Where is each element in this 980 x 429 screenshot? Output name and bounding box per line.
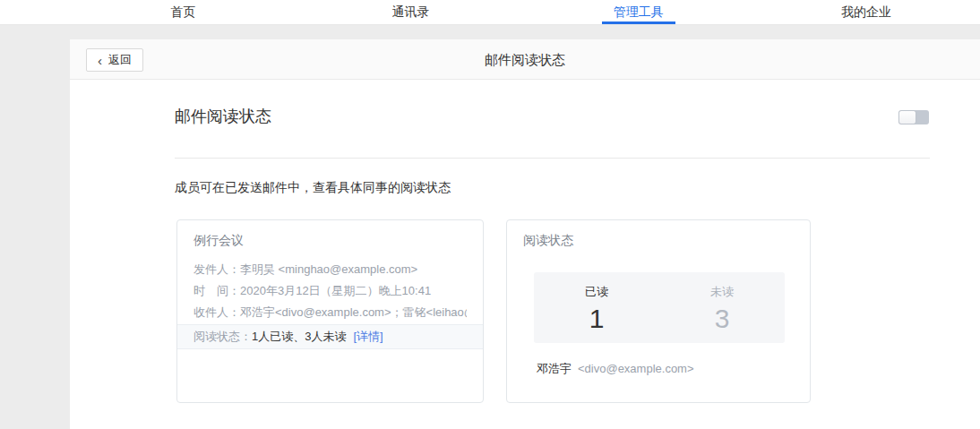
- page-title: 邮件阅读状态: [70, 39, 980, 80]
- read-unread-panel: 已读 1 未读 3: [534, 272, 785, 343]
- mail-from-value: 李明昊 <minghao@example.com>: [240, 262, 417, 276]
- read-status-value: 1人已读、3人未读: [252, 330, 346, 343]
- top-navbar: 首页 通讯录 管理工具 我的企业: [0, 0, 980, 25]
- mail-time-label: 时 间：: [193, 284, 240, 297]
- mail-time-value: 2020年3月12日（星期二）晚上10:41: [240, 284, 431, 297]
- mail-time-row: 时 间：2020年3月12日（星期二）晚上10:41: [193, 280, 467, 302]
- section-divider: [175, 158, 930, 159]
- read-count: 1: [534, 304, 659, 334]
- mail-subject: 例行会议: [193, 233, 467, 249]
- nav-tab-admin-tools[interactable]: 管理工具: [525, 0, 752, 24]
- read-stat: 已读 1: [534, 272, 659, 343]
- nav-items: 首页 通讯录 管理工具 我的企业: [0, 0, 980, 24]
- main-panel: ‹ 返回 邮件阅读状态 邮件阅读状态 成员可在已发送邮件中，查看具体同事的阅读状…: [70, 39, 980, 429]
- reader-email: <divo@example.com>: [578, 362, 694, 375]
- feature-description: 成员可在已发送邮件中，查看具体同事的阅读状态: [175, 180, 451, 196]
- toggle-switch[interactable]: [898, 110, 929, 124]
- mail-preview-card: 例行会议 发件人：李明昊 <minghao@example.com> 时 间：2…: [176, 219, 484, 403]
- nav-tab-my-company-label: 我的企业: [841, 4, 891, 19]
- nav-tab-admin-tools-label: 管理工具: [614, 4, 664, 19]
- nav-tab-home-label: 首页: [170, 4, 195, 19]
- read-status-card-title: 阅读状态: [523, 233, 794, 249]
- mail-meta: 发件人：李明昊 <minghao@example.com> 时 间：2020年3…: [193, 259, 467, 323]
- mail-read-status-row: 阅读状态：1人已读、3人未读[详情]: [177, 324, 483, 349]
- nav-active-underline: [602, 21, 675, 24]
- details-link[interactable]: [详情]: [353, 330, 383, 343]
- toggle-knob: [899, 111, 916, 124]
- read-label: 已读: [534, 284, 659, 300]
- unread-label: 未读: [659, 284, 785, 300]
- section-title: 邮件阅读状态: [175, 106, 271, 127]
- read-status-card: 阅读状态 已读 1 未读 3 邓浩宇<divo@example.com>: [506, 219, 811, 403]
- nav-tab-my-company[interactable]: 我的企业: [752, 0, 980, 24]
- mail-to-value: 邓浩宇<divo@example.com>；雷铭<leihao@e...: [240, 305, 467, 319]
- unread-stat: 未读 3: [659, 272, 785, 343]
- reader-row: 邓浩宇<divo@example.com>: [537, 361, 694, 377]
- mail-to-label: 收件人：: [193, 305, 240, 319]
- mail-to-row: 收件人：邓浩宇<divo@example.com>；雷铭<leihao@e...: [193, 302, 467, 323]
- nav-tab-contacts-label: 通讯录: [391, 4, 429, 19]
- unread-count: 3: [659, 304, 785, 334]
- mail-from-row: 发件人：李明昊 <minghao@example.com>: [193, 259, 467, 280]
- read-status-label: 阅读状态：: [193, 330, 252, 343]
- reader-name: 邓浩宇: [537, 362, 572, 375]
- nav-tab-contacts[interactable]: 通讯录: [297, 0, 524, 24]
- mail-from-label: 发件人：: [193, 262, 240, 276]
- panel-header: ‹ 返回 邮件阅读状态: [70, 39, 980, 80]
- nav-tab-home[interactable]: 首页: [69, 0, 297, 24]
